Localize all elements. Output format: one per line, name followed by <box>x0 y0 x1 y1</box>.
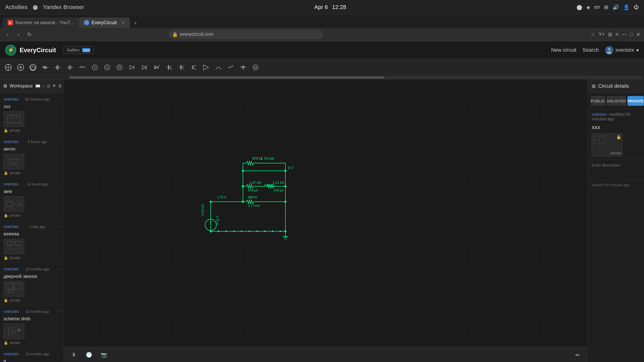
toolbar-scrollbar[interactable] <box>70 76 641 78</box>
tab-youtube[interactable]: ▶ Контент на канале - YouT... <box>3 17 79 28</box>
tool-select[interactable] <box>3 62 14 73</box>
svg-point-128 <box>242 185 244 187</box>
toolbar-container: V A <box>0 59 644 80</box>
tab-everycircuit[interactable]: EveryCircuit ✕ <box>79 17 130 28</box>
circuit-item-header-0: xverizex 50 minutes ago ··· <box>4 96 60 102</box>
toolbar-scrollbar-thumb[interactable] <box>70 76 384 78</box>
circuit-item-5[interactable]: xverizex 10 months ago ··· scheme dreb 🔒 <box>0 305 64 348</box>
os-power[interactable]: ⏻ <box>634 4 639 10</box>
expand-button[interactable]: ⇔ <box>572 350 582 360</box>
tool-transformer[interactable] <box>238 62 249 73</box>
tool-resistor[interactable] <box>40 62 51 73</box>
extensions-icon[interactable]: ⊞ <box>608 31 612 38</box>
svg-marker-30 <box>142 66 146 69</box>
circuit-item-4[interactable]: xverizex 10 months ago ··· дверной звоно… <box>0 263 64 305</box>
circuit-item-2[interactable]: xverizex 14 hours ago ··· aew 🔒 private <box>0 178 64 220</box>
svg-text:1.75 V: 1.75 V <box>216 216 219 225</box>
circuit-thumb-2 <box>4 196 24 212</box>
circuit-item-3[interactable]: xverizex 1 day ago ··· eeeeaa 🔒 private <box>0 220 64 263</box>
os-bar-right: ⬤ ◈ en ⊞ 🔊 👤 ⏻ <box>577 4 639 10</box>
home-icon[interactable]: ⌂ <box>43 84 45 89</box>
menu-icon[interactable]: ≡ <box>615 31 618 37</box>
book-icon[interactable]: 📖 <box>35 84 40 89</box>
yandex-plus-icon[interactable]: Y+ <box>598 31 605 37</box>
circuit-item-1[interactable]: xverizex 6 hours ago ··· aeron 🔒 private <box>0 135 64 178</box>
circuit-footer-1: 🔒 private <box>4 171 60 175</box>
svg-line-39 <box>168 66 172 67</box>
gallery-button[interactable]: Gallery new <box>63 47 94 54</box>
circuit-menu-3[interactable]: ··· <box>56 224 60 229</box>
gallery-new-badge: new <box>82 48 90 52</box>
canvas-area[interactable]: 979 Ω 1.79 mA 0 V 1.37 kΩ 1.21 kΩ 821 mV… <box>64 80 587 362</box>
back-button[interactable]: ‹ <box>4 30 12 39</box>
circuit-item-6[interactable]: xverizex 10 months ago ··· tt 🔒 private <box>0 348 64 362</box>
circuit-menu-5[interactable]: ··· <box>56 309 60 314</box>
reload-button[interactable]: ↻ <box>25 30 33 39</box>
tool-diode[interactable] <box>126 62 138 73</box>
app-logo-icon: ⚡ <box>5 45 16 56</box>
panel-meta: xverizex modified 50 minutes ago xxx 🔒 p… <box>588 109 644 160</box>
circuit-menu-1[interactable]: ··· <box>56 139 60 144</box>
tool-zener[interactable] <box>139 62 150 73</box>
activities-label[interactable]: Activities <box>5 4 28 11</box>
svg-text:1.79 mA: 1.79 mA <box>261 156 274 161</box>
tool-inductor[interactable] <box>77 62 88 73</box>
tool-switch[interactable] <box>225 62 236 73</box>
tool-opamp[interactable] <box>200 62 212 73</box>
camera-button[interactable]: 📷 <box>99 350 109 360</box>
circuit-item-0[interactable]: xverizex 50 minutes ago ··· xxx 🔒 privat… <box>0 93 64 135</box>
tool-add[interactable] <box>15 62 26 73</box>
minimize-btn[interactable]: — <box>622 31 627 37</box>
circuit-menu-6[interactable]: ··· <box>56 351 60 357</box>
new-tab-button[interactable]: + <box>131 19 140 28</box>
tool-voltage[interactable]: V <box>89 62 100 73</box>
tool-ground[interactable] <box>114 62 125 73</box>
grid-icon[interactable]: ⊞ <box>47 84 50 89</box>
trash-icon[interactable]: 🗑 <box>58 84 62 89</box>
tool-power[interactable] <box>27 62 39 73</box>
user-avatar <box>605 46 613 54</box>
svg-point-4 <box>607 51 612 54</box>
lock-icon-1: 🔒 <box>4 171 8 175</box>
tool-transistor-npn[interactable] <box>163 62 175 73</box>
circuit-name-0: xxx <box>4 104 60 109</box>
bookmark-icon[interactable]: ☆ <box>591 31 595 38</box>
svg-point-126 <box>242 170 244 172</box>
forward-button[interactable]: › <box>14 30 23 39</box>
search-button[interactable]: Search <box>582 47 599 53</box>
svg-text:678 μA: 678 μA <box>274 189 284 192</box>
circuit-menu-4[interactable]: ··· <box>56 266 60 272</box>
svg-point-129 <box>284 185 286 187</box>
description-input[interactable] <box>592 163 640 176</box>
bookmark-icon2[interactable]: ⚑ <box>52 84 56 89</box>
visibility-private-button[interactable]: PRIVATE <box>628 96 644 106</box>
time-button[interactable]: 🕐 <box>84 350 94 360</box>
tool-mosfet[interactable] <box>188 62 199 73</box>
svg-point-68 <box>13 162 15 164</box>
pause-button[interactable]: ⏸ <box>69 350 79 360</box>
tab-close-button[interactable]: ✕ <box>121 20 125 25</box>
circuit-name-4: дверной звонок <box>4 274 60 279</box>
new-circuit-button[interactable]: New circuit <box>551 47 576 53</box>
address-bar[interactable]: 🔒 everycircuit.com <box>168 30 323 39</box>
svg-text:M: M <box>254 66 257 69</box>
tool-current[interactable]: A <box>101 62 113 73</box>
visibility-public-button[interactable]: PUBLIC <box>591 96 605 106</box>
user-menu-button[interactable]: xverizex ▾ <box>605 46 639 54</box>
close-btn[interactable]: ✕ <box>636 31 640 38</box>
tool-led[interactable] <box>151 62 162 73</box>
circuit-menu-2[interactable]: ··· <box>56 181 60 187</box>
os-lang: en <box>594 4 600 10</box>
svg-point-139 <box>249 231 250 232</box>
tool-wire[interactable] <box>213 62 224 73</box>
tool-cap2[interactable] <box>64 62 76 73</box>
private-label-3: private <box>10 256 20 260</box>
circuit-time-5: 10 months ago <box>26 310 49 314</box>
visibility-unlisted-button[interactable]: UNLISTED <box>607 96 626 106</box>
circuit-time-3: 1 day ago <box>30 225 46 229</box>
tool-motor[interactable]: M <box>250 62 261 73</box>
tool-cap[interactable] <box>52 62 63 73</box>
maximize-btn[interactable]: □ <box>630 31 633 37</box>
tool-transistor-pnp[interactable] <box>176 62 187 73</box>
circuit-menu-0[interactable]: ··· <box>56 96 60 102</box>
